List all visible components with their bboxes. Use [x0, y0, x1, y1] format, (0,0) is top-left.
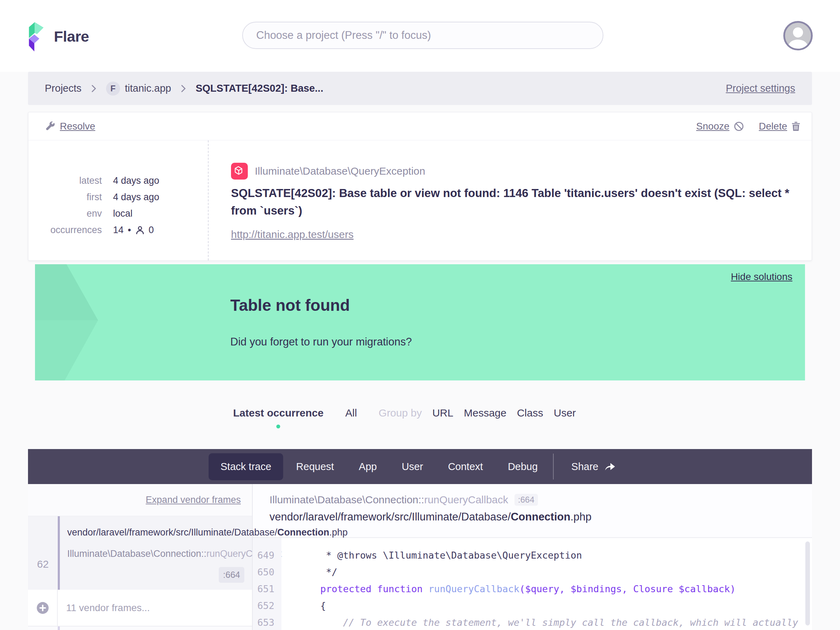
plus-circle-icon [36, 601, 49, 614]
chevron-right-icon [92, 85, 96, 92]
delete-button[interactable]: Delete [759, 121, 801, 132]
code-header-class-method: Illuminate\Database\Connection::runQuery… [270, 494, 508, 506]
snooze-button[interactable]: Snooze [696, 121, 744, 132]
flare-logo[interactable]: Flare [29, 21, 89, 52]
code-viewer: 649 650 651 652 653 * @throws \Illuminat… [253, 538, 812, 630]
frame-class-method: Illuminate\Database\Connection::runQuery… [67, 547, 193, 561]
meta-value-occurrences: 14 • 0 [113, 225, 208, 235]
meta-value-first: 4 days ago [113, 192, 208, 203]
meta-label-env: env [28, 208, 102, 219]
tab-group-url[interactable]: URL [432, 407, 453, 426]
exception-class: Illuminate\Database\QueryException [255, 165, 425, 177]
person-icon [136, 226, 145, 235]
line-number: 653 [253, 614, 275, 630]
code-line: * @throws \Illuminate\Database\QueryExce… [297, 547, 812, 564]
meta-label-first: first [28, 192, 102, 203]
vendor-frames-label: 11 vendor frames... [58, 590, 150, 626]
project-name: titanic.app [125, 83, 171, 94]
brand-name: Flare [54, 28, 89, 45]
frame-path: vendor/laravel/framework/src/Illuminate/… [67, 526, 207, 539]
line-number: 650 [253, 564, 275, 581]
chevron-right-icon [181, 85, 186, 92]
tab-app[interactable]: App [359, 461, 377, 472]
tab-stack-trace[interactable]: Stack trace [221, 461, 271, 472]
error-card: Resolve Snooze Delete latest 4 days ago [28, 112, 812, 261]
flare-logo-icon [29, 21, 47, 52]
solution-description: Did you forget to run your migrations? [35, 315, 805, 348]
share-button[interactable]: Share [571, 461, 616, 472]
avatar[interactable] [783, 21, 813, 51]
solution-title: Table not found [35, 264, 805, 315]
line-number: 652 [253, 597, 275, 614]
code-line: */ [297, 564, 812, 581]
user-avatar-icon [785, 23, 811, 49]
line-number: 649 [253, 547, 275, 564]
stack-trace-panel: Expand vendor frames 62 vendor/laravel/f… [28, 484, 812, 630]
share-arrow-icon [604, 461, 616, 472]
solution-banner: Hide solutions Table not found Did you f… [35, 264, 805, 381]
project-settings-link[interactable]: Project settings [726, 83, 795, 94]
exception-message: SQLSTATE[42S02]: Base table or view not … [231, 185, 797, 219]
group-by-label: Group by [379, 407, 422, 426]
breadcrumb-projects-link[interactable]: Projects [45, 83, 82, 94]
code-scrollbar[interactable] [805, 542, 810, 625]
error-actions: Resolve Snooze Delete [28, 112, 812, 141]
tab-user[interactable]: User [402, 461, 423, 472]
tab-group-user[interactable]: User [554, 407, 576, 426]
tab-context[interactable]: Context [448, 461, 483, 472]
tab-all[interactable]: All [345, 407, 357, 426]
line-number: 651 [253, 581, 275, 597]
project-badge: F [106, 82, 120, 96]
exception-url-link[interactable]: http://titanic.app.test/users [231, 229, 354, 240]
resolve-button[interactable]: Resolve [45, 121, 95, 132]
tab-request[interactable]: Request [296, 461, 334, 472]
code-header-line-badge: :664 [515, 494, 538, 506]
vendor-frames-row[interactable]: 11 vendor frames... [28, 590, 252, 627]
code-content: * @throws \Illuminate\Database\QueryExce… [281, 538, 812, 630]
tab-group-message[interactable]: Message [464, 407, 507, 426]
detail-nav: Stack trace Request App User Context Deb… [28, 449, 812, 484]
occurrence-tabs: Latest occurrence All Group by URL Messa… [233, 407, 812, 426]
app-header: Flare [0, 0, 840, 72]
tab-latest-occurrence[interactable]: Latest occurrence [233, 407, 324, 426]
laravel-icon [231, 163, 248, 180]
code-line: // To execute the statement, we'll simpl… [297, 614, 812, 630]
code-line-numbers: 649 650 651 652 653 [253, 538, 281, 630]
breadcrumb-project-link[interactable]: F titanic.app [106, 82, 171, 96]
frame-index: 62 [37, 558, 49, 590]
expand-vendor-frames-link[interactable]: Expand vendor frames [145, 494, 241, 505]
wrench-icon [45, 121, 56, 132]
frame-line-number-badge: :664 [219, 567, 244, 583]
code-header-path: vendor/laravel/framework/src/Illuminate/… [270, 511, 812, 523]
stack-trace-sidebar: Expand vendor frames 62 vendor/laravel/f… [28, 484, 253, 630]
meta-value-env: local [113, 208, 208, 219]
nav-divider [553, 453, 554, 480]
meta-label-occurrences: occurrences [28, 225, 102, 235]
breadcrumb-error-title: SQLSTATE[42S02]: Base... [196, 83, 324, 94]
code-panel: Illuminate\Database\Connection::runQuery… [253, 484, 812, 630]
stack-frame-active[interactable]: 62 vendor/laravel/framework/src/Illumina… [28, 516, 252, 590]
project-search-input[interactable] [242, 22, 603, 49]
meta-label-latest: latest [28, 175, 102, 186]
tab-group-class[interactable]: Class [517, 407, 543, 426]
trash-icon [791, 121, 801, 132]
exception-summary: Illuminate\Database\QueryException SQLST… [208, 141, 812, 261]
breadcrumb: Projects F titanic.app SQLSTATE[42S02]: … [28, 72, 812, 105]
stack-frame-partial[interactable] [28, 627, 252, 630]
code-line: protected function runQueryCallback($que… [297, 581, 812, 597]
ban-icon [734, 121, 744, 132]
error-meta: latest 4 days ago first 4 days ago env l… [28, 141, 208, 261]
frame-accent-bar [58, 627, 60, 630]
meta-value-latest: 4 days ago [113, 175, 208, 186]
code-line: { [297, 597, 812, 614]
tab-debug[interactable]: Debug [508, 461, 538, 472]
